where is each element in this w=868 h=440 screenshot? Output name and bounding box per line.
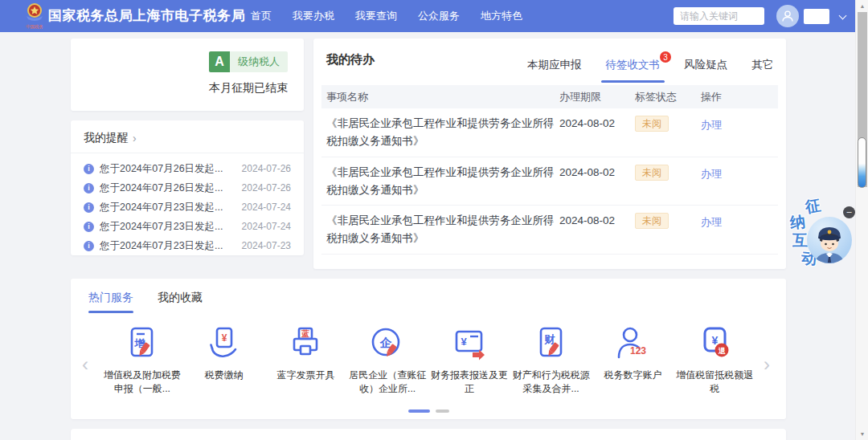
tax-payment-icon: ¥ [205, 324, 244, 363]
deadline: 2024-08-02 [559, 115, 635, 129]
nav-item-home[interactable]: 首页 [251, 9, 272, 23]
levy-period-status: 本月征期已结束 [71, 81, 288, 96]
svg-text:退: 退 [719, 347, 727, 355]
search-box [674, 7, 764, 25]
service-vat-declaration[interactable]: 增 增值税及附加税费申报（一般... [101, 323, 183, 397]
reminders-title: 我的提醒 [84, 131, 129, 145]
scroll-up-icon[interactable]: ▲ [856, 3, 868, 9]
site-title: 国家税务总局上海市电子税务局 [48, 0, 245, 32]
national-emblem-icon [25, 2, 44, 21]
property-tax-icon: 财 [532, 324, 571, 363]
handle-link[interactable]: 办理 [701, 216, 722, 228]
deadline: 2024-08-02 [559, 164, 635, 178]
pagination-dot[interactable] [436, 409, 449, 413]
reminder-item[interactable]: i 您于2024年07月26日发起... 2024-07-26 [71, 178, 304, 198]
table-row: 《非居民企业承包工程作业和提供劳务企业所得税扣缴义务通知书》 2024-08-0… [321, 206, 778, 255]
info-icon: i [84, 202, 94, 213]
tab-risk-points[interactable]: 风险疑点 [684, 58, 727, 83]
hot-services-card: 热门服务 我的收藏 ‹ › 增 增值税及附加税费申报（一般... ¥ 税费缴纳 [71, 279, 786, 419]
user-avatar[interactable] [776, 5, 799, 27]
service-digital-account[interactable]: 123 税务数字账户 [592, 323, 674, 382]
tax-officer-icon [810, 222, 849, 263]
svg-text:蓝: 蓝 [301, 329, 309, 338]
status-badge: 未阅 [635, 116, 669, 132]
main-nav: 首页 我要办税 我要查询 公众服务 地方特色 [251, 0, 522, 32]
logo-caption: 中国税务 [23, 24, 47, 28]
carousel-right-icon[interactable]: › [764, 355, 770, 374]
services-row: 增 增值税及附加税费申报（一般... ¥ 税费缴纳 蓝 蓝字发票开具 [71, 313, 786, 397]
info-icon: i [84, 241, 94, 251]
service-vat-refund[interactable]: ¥ 退 增值税留抵税额退税 [674, 323, 755, 397]
mascot-minimize-button[interactable]: – [843, 206, 855, 218]
page-scrollbar: ▲ ▼ [855, 0, 868, 440]
todo-title: 我的待办 [326, 52, 375, 67]
grade-letter: A [209, 51, 230, 72]
tab-count-badge: 3 [660, 51, 671, 63]
services-tabs: 热门服务 我的收藏 [71, 279, 786, 313]
info-icon: i [84, 222, 94, 232]
pagination-dot-active[interactable] [408, 409, 430, 413]
nav-item-local-features[interactable]: 地方特色 [481, 9, 522, 23]
service-financial-report[interactable]: ¥ 财务报表报送及更正 [428, 323, 510, 397]
chevron-down-icon[interactable] [839, 12, 847, 20]
document-name: 《非居民企业承包工程作业和提供劳务企业所得税扣缴义务通知书》 [326, 164, 559, 200]
next-section-card [71, 429, 786, 440]
deadline: 2024-08-02 [559, 212, 635, 226]
status-badge: 未阅 [635, 213, 669, 229]
reminder-item[interactable]: i 您于2024年07月23日发起... 2024-07-23 [71, 236, 304, 255]
carousel-left-icon[interactable]: ‹ [82, 355, 88, 374]
todo-table-header: 事项名称 办理期限 标签状态 操作 [321, 85, 778, 108]
tab-current-declaration[interactable]: 本期应申报 [527, 58, 582, 83]
document-name: 《非居民企业承包工程作业和提供劳务企业所得税扣缴义务通知书》 [326, 212, 559, 248]
grade-label: 级纳税人 [230, 51, 288, 72]
service-tax-payment[interactable]: ¥ 税费缴纳 [183, 323, 265, 382]
todo-card: 我的待办 本期应申报 待签收文书 3 风险疑点 其它 事项名称 办理期限 标签状… [313, 39, 786, 269]
service-property-behavior-tax[interactable]: 财 财产和行为税税源采集及合并... [510, 323, 592, 397]
reminders-header[interactable]: 我的提醒 › [71, 120, 304, 153]
reminders-list: i 您于2024年07月26日发起... 2024-07-26 i 您于2024… [71, 153, 304, 255]
tab-others[interactable]: 其它 [751, 58, 773, 83]
service-resident-enterprise-tax[interactable]: 企 居民企业（查账征收）企业所... [346, 323, 428, 397]
username-box[interactable] [804, 9, 829, 24]
carousel-pagination [71, 409, 786, 413]
vat-declaration-icon: 增 [123, 324, 162, 363]
scroll-down-icon[interactable]: ▼ [856, 431, 868, 437]
nav-item-handle-tax[interactable]: 我要办税 [293, 9, 334, 23]
svg-text:财: 财 [543, 333, 555, 345]
reminder-item[interactable]: i 您于2024年07月26日发起... 2024-07-26 [71, 159, 304, 178]
todo-tabs: 本期应申报 待签收文书 3 风险疑点 其它 [527, 58, 773, 83]
nav-item-query[interactable]: 我要查询 [355, 9, 397, 23]
table-row: 《非居民企业承包工程作业和提供劳务企业所得税扣缴义务通知书》 2024-08-0… [321, 157, 778, 206]
nav-item-public-service[interactable]: 公众服务 [418, 9, 460, 23]
mascot-avatar [807, 217, 852, 263]
person-icon [780, 9, 795, 23]
top-navbar: 中国税务 国家税务总局上海市电子税务局 首页 我要办税 我要查询 公众服务 地方… [0, 0, 868, 32]
tab-my-favorites[interactable]: 我的收藏 [158, 291, 203, 313]
vat-refund-icon: ¥ 退 [695, 324, 734, 363]
table-row: 《非居民企业承包工程作业和提供劳务企业所得税扣缴义务通知书》 2024-08-0… [321, 108, 778, 157]
financial-report-icon: ¥ [450, 324, 489, 363]
reminders-card: 我的提醒 › i 您于2024年07月26日发起... 2024-07-26 i… [71, 120, 304, 255]
handle-link[interactable]: 办理 [701, 119, 722, 131]
tax-emblem-logo: 中国税务 [21, 2, 48, 31]
resident-enterprise-icon: 企 [368, 324, 407, 363]
svg-text:123: 123 [630, 345, 646, 356]
svg-text:¥: ¥ [712, 334, 719, 347]
svg-text:¥: ¥ [221, 332, 227, 344]
svg-text:¥: ¥ [461, 336, 467, 348]
info-icon: i [84, 164, 94, 174]
document-name: 《非居民企业承包工程作业和提供劳务企业所得税扣缴义务通知书》 [326, 115, 559, 151]
scroll-progress-capsule[interactable] [858, 137, 866, 188]
reminder-item[interactable]: i 您于2024年07月23日发起... 2024-07-24 [71, 198, 304, 217]
status-badge: 未阅 [635, 165, 669, 181]
tab-hot-services[interactable]: 热门服务 [88, 291, 133, 313]
taxpayer-grade-badge: A 级纳税人 [209, 51, 288, 72]
handle-link[interactable]: 办理 [701, 168, 722, 180]
reminder-item[interactable]: i 您于2024年07月23日发起... 2024-07-24 [71, 217, 304, 236]
tab-documents-to-sign[interactable]: 待签收文书 3 [606, 58, 661, 83]
service-blue-invoice[interactable]: 蓝 蓝字发票开具 [265, 323, 347, 382]
chevron-right-icon: › [133, 132, 137, 144]
taxpayer-grade-card: A 级纳税人 本月征期已结束 [71, 39, 304, 111]
digital-account-icon: 123 [613, 324, 652, 363]
blue-invoice-icon: 蓝 [286, 324, 325, 363]
